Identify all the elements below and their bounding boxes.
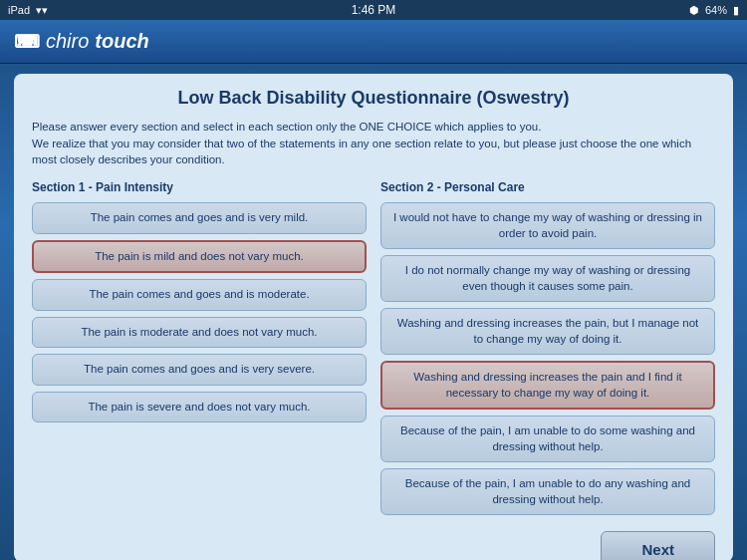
instructions: Please answer every section and select i…: [32, 119, 715, 168]
battery-icon: ▮: [733, 4, 739, 17]
sections-row: Section 1 - Pain Intensity The pain come…: [32, 180, 715, 521]
section2-title: Section 2 - Personal Care: [380, 180, 715, 194]
app-header: ⌨ chirotouch: [0, 20, 747, 64]
section2-option-1[interactable]: I do not normally change my way of washi…: [380, 255, 715, 302]
section1-option-4[interactable]: The pain comes and goes and is very seve…: [32, 354, 367, 386]
section2-option-3[interactable]: Washing and dressing increases the pain …: [380, 361, 715, 410]
section2-option-0[interactable]: I would not have to change my way of was…: [380, 202, 715, 249]
main-content: Low Back Disability Questionnaire (Oswes…: [14, 74, 733, 560]
logo-chiro: chiro: [46, 30, 89, 53]
section2-option-5[interactable]: Because of the pain, I am unable to do a…: [380, 468, 715, 515]
bottom-row: Next: [32, 531, 715, 560]
section2-option-4[interactable]: Because of the pain, I am unable to do s…: [380, 416, 715, 462]
section1-option-0[interactable]: The pain comes and goes and is very mild…: [32, 202, 367, 234]
instructions-line2: We realize that you may consider that tw…: [32, 136, 715, 168]
app-logo: ⌨ chirotouch: [14, 30, 149, 53]
ipad-label: iPad: [8, 4, 30, 16]
instructions-line1: Please answer every section and select i…: [32, 119, 715, 136]
status-right: ⬢ 64% ▮: [689, 4, 739, 17]
bluetooth-icon: ⬢: [689, 4, 699, 17]
section1-option-2[interactable]: The pain comes and goes and is moderate.: [32, 279, 367, 311]
section1-option-3[interactable]: The pain is moderate and does not vary m…: [32, 317, 367, 349]
page-title: Low Back Disability Questionnaire (Oswes…: [32, 88, 715, 109]
logo-touch: touch: [95, 30, 148, 53]
battery-level: 64%: [705, 4, 727, 16]
section1: Section 1 - Pain Intensity The pain come…: [32, 180, 367, 521]
section1-title: Section 1 - Pain Intensity: [32, 180, 367, 194]
section1-option-1[interactable]: The pain is mild and does not vary much.: [32, 240, 367, 274]
next-button[interactable]: Next: [601, 531, 715, 560]
logo-hand-icon: ⌨: [14, 31, 40, 53]
section2: Section 2 - Personal Care I would not ha…: [380, 180, 715, 521]
status-bar: iPad ▾▾ 1:46 PM ⬢ 64% ▮: [0, 0, 747, 20]
status-time: 1:46 PM: [352, 3, 396, 17]
status-left: iPad ▾▾: [8, 4, 48, 17]
section2-option-2[interactable]: Washing and dressing increases the pain,…: [380, 308, 715, 355]
section1-option-5[interactable]: The pain is severe and does not vary muc…: [32, 392, 367, 423]
wifi-icon: ▾▾: [36, 4, 48, 17]
